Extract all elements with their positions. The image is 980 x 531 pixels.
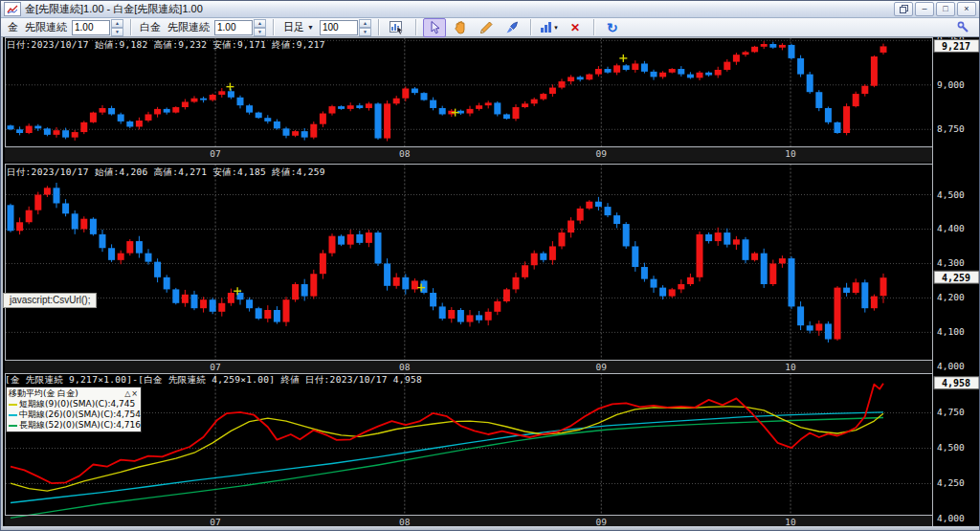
spin-down-icon[interactable]: ▼ [359,28,371,36]
bar-chart-icon [540,21,552,33]
sma26-color-swatch [9,414,17,416]
legend-collapse-close-icons[interactable]: △× [124,389,139,398]
period-label: 日足 [283,20,304,34]
instrument2-series-label: 先限連続 [166,20,212,34]
instrument2-name-label: 白金 [138,20,163,34]
svg-text:4,259: 4,259 [942,273,970,283]
svg-text:07: 07 [210,148,220,159]
svg-text:4,000: 4,000 [937,361,965,371]
sma9-color-swatch [9,404,17,406]
app-window: 金[先限連続]1.00 - 白金[先限連続]1.00 – □ × 金 先限連続 … [0,0,980,531]
sma52-color-swatch [9,425,17,427]
svg-text:4,750: 4,750 [937,407,965,417]
svg-text:4,300: 4,300 [937,257,965,268]
clear-drawings-button[interactable]: ✕ [564,18,587,37]
cursor-arrow-icon [429,21,440,34]
settings-button[interactable] [951,18,974,37]
svg-text:08: 08 [399,517,411,527]
window-bottom-edge [1,526,979,530]
svg-text:4,000: 4,000 [937,513,965,523]
svg-text:09: 09 [596,362,608,372]
toolbar: 金 先限連続 ▲▼ 白金 先限連続 ▲▼ 日足 ▼ ▲▼ [1,18,979,37]
spin-up-icon[interactable]: ▲ [111,19,123,28]
chart-type-button[interactable]: ▼ [538,18,561,37]
instrument1-name-label: 金 [6,20,20,34]
float-window-button[interactable] [894,2,913,16]
charts-area: 9,2509,0008,750070809109,217 4,5004,4004… [1,37,980,531]
chevron-down-icon: ▼ [307,24,314,31]
refresh-icon: ↻ [607,20,618,35]
instrument1-multiplier-input[interactable] [72,20,110,35]
wrench-icon [957,21,969,33]
svg-text:9,217: 9,217 [942,41,970,52]
moving-average-legend: 移動平均(金 白金) △× 短期線(9)(0)(SMA)(C):4,745 中期… [6,387,142,432]
instrument2-multiplier-input[interactable] [214,20,253,35]
svg-text:07: 07 [210,362,220,372]
spin-up-icon[interactable]: ▲ [254,19,266,28]
instrument2-multiplier-stepper: ▲▼ [214,19,266,35]
spin-up-icon[interactable]: ▲ [359,19,371,28]
refresh-button[interactable]: ↻ [601,18,624,37]
svg-text:4,500: 4,500 [937,442,965,453]
minimize-button[interactable]: – [915,2,934,16]
sma52-label: 長期線(52)(0)(SMA)(C):4,716 [19,419,141,431]
close-button[interactable]: × [957,2,976,16]
chevron-down-icon: ▼ [553,25,559,31]
svg-text:07: 07 [210,517,220,527]
svg-text:4,958: 4,958 [942,378,970,388]
svg-text:08: 08 [399,362,411,372]
svg-text:4,200: 4,200 [937,292,965,302]
toolbar-separator [130,19,131,35]
pencil-draw-tool-button[interactable] [475,18,498,37]
toolbar-separator [415,19,416,35]
toolbar-separator [273,19,274,35]
window-title: 金[先限連続]1.00 - 白金[先限連続]1.00 [25,2,890,16]
toolbar-separator [378,19,379,35]
red-x-icon: ✕ [570,21,580,34]
layered-windows-icon [900,5,908,13]
svg-text:08: 08 [399,148,411,159]
spin-down-icon[interactable]: ▼ [111,28,123,36]
bar-count-stepper: ▲▼ [320,19,371,35]
svg-text:10: 10 [785,517,796,527]
hand-pan-icon [454,21,467,34]
period-dropdown[interactable]: 日足 ▼ [280,20,317,35]
brush-icon [505,21,519,34]
title-bar[interactable]: 金[先限連続]1.00 - 白金[先限連続]1.00 – □ × [1,1,979,18]
hand-pan-tool-button[interactable] [449,18,472,37]
maximize-button[interactable]: □ [936,2,955,16]
gold-candlestick-chart[interactable]: 9,2509,0008,750070809109,217 [3,37,980,164]
svg-text:10: 10 [785,362,796,372]
spread-line-chart[interactable]: 4,7504,5004,2504,000070809104,958 [3,373,980,527]
svg-text:10: 10 [785,148,796,159]
bar-count-input[interactable] [320,20,358,35]
svg-text:4,400: 4,400 [937,223,965,233]
svg-text:4,500: 4,500 [937,189,965,200]
app-icon [4,2,21,16]
instrument1-series-label: 先限連続 [23,20,69,34]
legend-row-sma52: 長期線(52)(0)(SMA)(C):4,716 [9,420,139,431]
svg-text:09: 09 [596,148,608,159]
platinum-candlestick-chart[interactable]: 4,5004,4004,3004,2004,1004,000070809104,… [3,164,980,373]
svg-text:9,000: 9,000 [937,79,965,90]
chart-cursor-tool-button[interactable] [386,18,409,37]
chart-cursor-icon [390,21,404,34]
svg-text:4,100: 4,100 [937,326,965,337]
svg-text:4,250: 4,250 [937,477,965,488]
brush-draw-tool-button[interactable] [501,18,523,37]
svg-text:8,750: 8,750 [937,123,965,134]
svg-text:09: 09 [596,517,608,527]
instrument1-multiplier-stepper: ▲▼ [72,19,123,35]
pencil-icon [479,21,493,34]
spin-down-icon[interactable]: ▼ [254,28,266,36]
toolbar-separator [593,19,594,35]
select-tool-button[interactable] [423,18,446,37]
toolbar-separator [530,19,531,35]
